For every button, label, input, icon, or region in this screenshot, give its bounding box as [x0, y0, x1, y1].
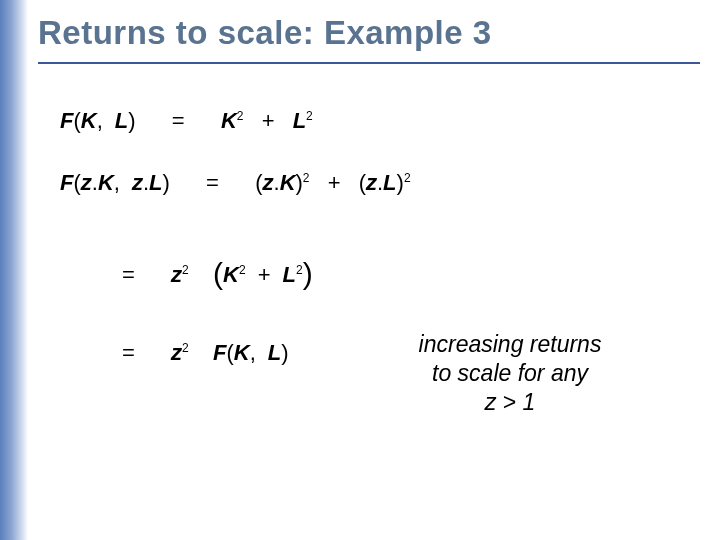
eq3-lparen: (: [213, 257, 223, 290]
eq1-L-exp: 2: [306, 109, 313, 123]
eq1-open: (: [73, 108, 80, 133]
slide-title: Returns to scale: Example 3: [38, 14, 492, 52]
eq4-close: ): [281, 340, 288, 365]
eq2-close: ): [163, 170, 170, 195]
eq2-zK-z: z: [81, 170, 92, 195]
left-gradient-bar: [0, 0, 28, 540]
eq3-z-exp: 2: [182, 263, 189, 277]
eq1-L: L: [115, 108, 128, 133]
eq2-rhs-K: K: [280, 170, 296, 195]
eq2-comma: ,: [114, 170, 120, 195]
slide: Returns to scale: Example 3 F(K,L) = K2 …: [0, 0, 720, 540]
title-underline: [38, 62, 700, 64]
eq4-equals: =: [122, 340, 135, 365]
eq4-L: L: [268, 340, 281, 365]
eq3-plus: +: [258, 262, 271, 287]
eq1-K: K: [81, 108, 97, 133]
eq3-K-exp: 2: [239, 263, 246, 277]
caption-line-2: to scale for any: [380, 359, 640, 388]
eq4-comma: ,: [250, 340, 256, 365]
eq4-z: z: [171, 340, 182, 365]
eq1-equals: =: [172, 108, 185, 133]
eq2-rhs-open1: (: [255, 170, 262, 195]
eq2-zL-L: L: [149, 170, 162, 195]
eq2-plus: +: [328, 170, 341, 195]
caption-z: z: [485, 389, 497, 415]
eq2-zL-z: z: [132, 170, 143, 195]
equation-4: = z2 F(K,L): [122, 340, 289, 366]
eq1-K-exp: 2: [237, 109, 244, 123]
eq2-exp2: 2: [404, 171, 411, 185]
eq2-zK-K: K: [98, 170, 114, 195]
equation-1: F(K,L) = K2 + L2: [60, 108, 313, 134]
eq2-equals: =: [206, 170, 219, 195]
eq1-rhs-L: L: [293, 108, 306, 133]
equation-3: = z2 (K2+L2): [122, 255, 313, 289]
eq1-F: F: [60, 108, 73, 133]
eq4-F: F: [213, 340, 226, 365]
eq3-K: K: [223, 262, 239, 287]
eq1-rhs-K: K: [221, 108, 237, 133]
caption-gt1: > 1: [496, 389, 535, 415]
eq3-L: L: [282, 262, 295, 287]
eq4-z-exp: 2: [182, 341, 189, 355]
eq2-rhs-z1: z: [263, 170, 274, 195]
eq2-rhs-z2: z: [366, 170, 377, 195]
eq2-exp1: 2: [303, 171, 310, 185]
eq3-equals: =: [122, 262, 135, 287]
eq4-K: K: [234, 340, 250, 365]
eq3-z: z: [171, 262, 182, 287]
eq1-plus: +: [262, 108, 275, 133]
eq2-rhs-L: L: [383, 170, 396, 195]
eq2-rhs-open2: (: [359, 170, 366, 195]
caption-line-3: z > 1: [380, 388, 640, 417]
caption-line-1: increasing returns: [380, 330, 640, 359]
eq2-open: (: [73, 170, 80, 195]
eq2-rhs-close2: ): [397, 170, 404, 195]
eq2-F: F: [60, 170, 73, 195]
eq1-close: ): [128, 108, 135, 133]
eq2-rhs-close1: ): [296, 170, 303, 195]
equation-2: F(z.K,z.L) = (z.K)2 + (z.L)2: [60, 170, 411, 196]
eq1-comma: ,: [97, 108, 103, 133]
eq3-L-exp: 2: [296, 263, 303, 277]
eq4-open: (: [227, 340, 234, 365]
eq3-rparen: ): [303, 257, 313, 290]
conclusion-caption: increasing returns to scale for any z > …: [380, 330, 640, 416]
